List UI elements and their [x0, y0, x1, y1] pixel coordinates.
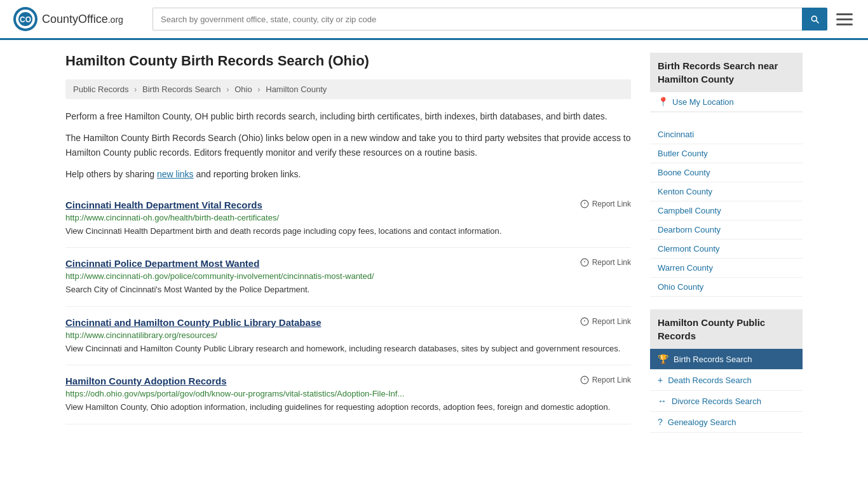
- hc-record-link[interactable]: ? Genealogy Search: [650, 412, 803, 432]
- nearby-link[interactable]: Warren County: [650, 259, 803, 277]
- record-url[interactable]: http://www.cincinnatilibrary.org/resourc…: [65, 330, 631, 340]
- record-url[interactable]: http://www.cincinnati-oh.gov/police/comm…: [65, 271, 631, 281]
- report-link-btn[interactable]: Report Link: [580, 376, 631, 384]
- hc-record-label: Death Records Search: [668, 376, 752, 385]
- description-2: The Hamilton County Birth Records Search…: [65, 131, 631, 159]
- hamburger-menu-button[interactable]: [834, 11, 855, 28]
- nearby-link[interactable]: Cincinnati: [650, 125, 803, 144]
- breadcrumb-birth-records-search[interactable]: Birth Records Search: [142, 85, 221, 94]
- search-bar: [153, 8, 855, 30]
- use-location-item: 📍 Use My Location: [650, 92, 803, 112]
- breadcrumb-sep: ›: [226, 85, 229, 94]
- hc-record-item: ↔ Divorce Records Search: [650, 391, 803, 412]
- logo-area: CO CountyOffice.org: [13, 6, 140, 32]
- nearby-section-title: Birth Records Search near Hamilton Count…: [650, 53, 803, 92]
- nearby-link[interactable]: Dearborn County: [650, 220, 803, 239]
- hc-record-link[interactable]: 🏆 Birth Records Search: [650, 349, 803, 369]
- logo-icon: CO: [13, 6, 38, 32]
- nearby-link-item: Campbell County: [650, 201, 803, 220]
- report-icon: [580, 376, 589, 384]
- nearby-link-item: Warren County: [650, 259, 803, 278]
- nearby-link[interactable]: Kenton County: [650, 182, 803, 201]
- report-icon: [580, 258, 589, 267]
- nearby-links-list: 📍 Use My Location: [650, 92, 803, 112]
- nearby-link[interactable]: Campbell County: [650, 201, 803, 220]
- svg-text:CO: CO: [20, 15, 31, 24]
- record-title[interactable]: Cincinnati and Hamilton County Public Li…: [65, 317, 322, 328]
- record-desc: Search City of Cincinnati's Most Wanted …: [65, 283, 631, 296]
- nearby-link-item: Boone County: [650, 163, 803, 182]
- use-location-label: Use My Location: [672, 97, 734, 107]
- search-icon: [810, 14, 820, 24]
- record-desc: View Cincinnati Health Department birth …: [65, 225, 631, 238]
- nearby-link-item: Butler County: [650, 144, 803, 163]
- hc-record-icon: ?: [658, 417, 663, 427]
- report-link-btn[interactable]: Report Link: [580, 200, 631, 208]
- search-button[interactable]: [802, 8, 827, 30]
- record-header: Cincinnati and Hamilton County Public Li…: [65, 317, 631, 328]
- record-title[interactable]: Hamilton County Adoption Records: [65, 376, 227, 386]
- breadcrumb-sep: ›: [134, 85, 137, 94]
- hc-record-label: Genealogy Search: [668, 417, 736, 427]
- hc-record-item: 🏆 Birth Records Search: [650, 349, 803, 370]
- hc-record-link[interactable]: ↔ Divorce Records Search: [650, 391, 803, 411]
- breadcrumb: Public Records › Birth Records Search › …: [65, 79, 631, 99]
- nearby-link-item: Dearborn County: [650, 220, 803, 240]
- breadcrumb-ohio[interactable]: Ohio: [234, 85, 252, 94]
- desc3-post: and reporting broken links.: [194, 169, 301, 179]
- hc-record-label: Birth Records Search: [674, 355, 752, 364]
- record-desc: View Cincinnati and Hamilton County Publ…: [65, 342, 631, 355]
- page-wrapper: Hamilton County Birth Records Search (Oh…: [53, 40, 815, 445]
- record-item: Cincinnati Health Department Vital Recor…: [65, 189, 631, 248]
- page-title: Hamilton County Birth Records Search (Oh…: [65, 53, 631, 69]
- records-list: Cincinnati Health Department Vital Recor…: [65, 189, 631, 424]
- hc-record-item: + Death Records Search: [650, 370, 803, 391]
- description-3: Help others by sharing new links and rep…: [65, 167, 631, 181]
- breadcrumb-hamilton-county[interactable]: Hamilton County: [266, 85, 327, 94]
- hc-record-icon: +: [658, 375, 663, 385]
- record-item: Cincinnati Police Department Most Wanted…: [65, 248, 631, 307]
- pin-icon: 📍: [658, 97, 668, 107]
- menu-line: [836, 24, 853, 25]
- new-links-link[interactable]: new links: [157, 169, 194, 179]
- hc-records-title: Hamilton County Public Records: [650, 309, 803, 349]
- hc-record-link[interactable]: + Death Records Search: [650, 370, 803, 390]
- record-title[interactable]: Cincinnati Health Department Vital Recor…: [65, 200, 262, 210]
- menu-line: [836, 13, 853, 15]
- record-url[interactable]: https://odh.ohio.gov/wps/portal/gov/odh/…: [65, 389, 631, 398]
- hc-record-label: Divorce Records Search: [672, 396, 761, 406]
- record-desc: View Hamilton County, Ohio adoption info…: [65, 401, 631, 414]
- search-input[interactable]: [153, 8, 802, 30]
- record-header: Hamilton County Adoption Records Report …: [65, 376, 631, 386]
- site-header: CO CountyOffice.org: [0, 0, 868, 40]
- report-link-btn[interactable]: Report Link: [580, 258, 631, 267]
- record-item: Cincinnati and Hamilton County Public Li…: [65, 307, 631, 366]
- nearby-link-item: Clermont County: [650, 240, 803, 259]
- report-icon: [580, 200, 589, 208]
- sidebar: Birth Records Search near Hamilton Count…: [650, 53, 803, 433]
- report-link-btn[interactable]: Report Link: [580, 317, 631, 326]
- nearby-link[interactable]: Ohio County: [650, 278, 803, 296]
- record-item: Hamilton County Adoption Records Report …: [65, 365, 631, 424]
- main-content: Hamilton County Birth Records Search (Oh…: [65, 53, 631, 433]
- description-1: Perform a free Hamilton County, OH publi…: [65, 109, 631, 123]
- nearby-link-item: Ohio County: [650, 278, 803, 297]
- use-my-location-btn[interactable]: 📍 Use My Location: [650, 92, 803, 112]
- nearby-link-item: Cincinnati: [650, 125, 803, 144]
- record-header: Cincinnati Health Department Vital Recor…: [65, 200, 631, 210]
- logo-text: CountyOffice.org: [42, 13, 123, 26]
- report-icon: [580, 317, 589, 326]
- nearby-link[interactable]: Clermont County: [650, 240, 803, 258]
- nearby-county-list: CincinnatiButler CountyBoone CountyKento…: [650, 125, 803, 297]
- desc3-pre: Help others by sharing: [65, 169, 157, 179]
- nearby-link[interactable]: Boone County: [650, 163, 803, 182]
- menu-line: [836, 18, 853, 20]
- hc-record-icon: ↔: [658, 396, 667, 406]
- hc-records-list: 🏆 Birth Records Search + Death Records S…: [650, 349, 803, 433]
- record-url[interactable]: http://www.cincinnati-oh.gov/health/birt…: [65, 213, 631, 222]
- nearby-link-item: Kenton County: [650, 182, 803, 201]
- nearby-link[interactable]: Butler County: [650, 144, 803, 163]
- breadcrumb-public-records[interactable]: Public Records: [73, 85, 128, 94]
- hc-record-item: ? Genealogy Search: [650, 412, 803, 433]
- record-title[interactable]: Cincinnati Police Department Most Wanted: [65, 258, 259, 269]
